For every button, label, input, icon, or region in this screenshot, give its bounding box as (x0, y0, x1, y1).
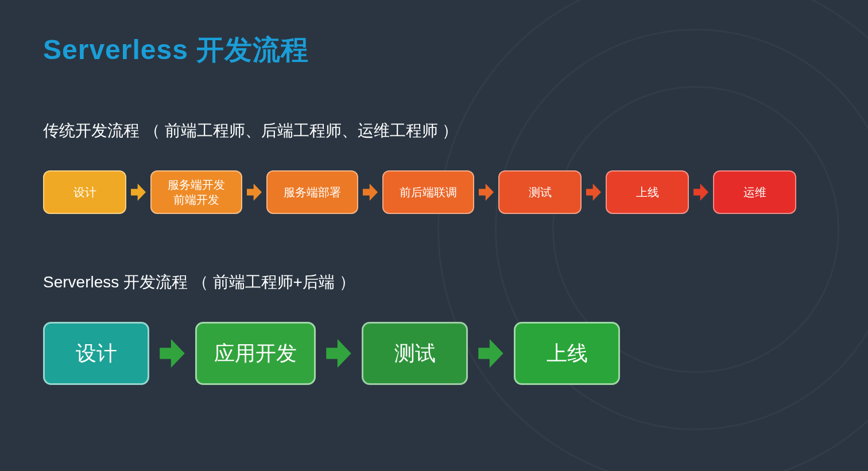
flow-step: 服务端开发前端开发 (150, 170, 242, 214)
arrow-icon (693, 184, 708, 201)
flow-step-label: 测试 (529, 185, 552, 200)
flow-step: 设计 (43, 322, 149, 385)
slide-title: Serverless 开发流程 (43, 32, 825, 68)
flow-step-label: 服务端开发 (168, 177, 225, 192)
flow-step: 设计 (43, 170, 126, 214)
arrow-icon (131, 184, 146, 201)
flow-step: 运维 (713, 170, 796, 214)
flow-step-label: 前端开发 (173, 192, 219, 207)
flow-step: 应用开发 (195, 322, 316, 385)
flow-step-label: 服务端部署 (284, 185, 341, 200)
serverless-flow-row: 设计应用开发测试上线 (43, 322, 825, 385)
arrow-icon (363, 184, 378, 201)
arrow-icon (326, 339, 351, 368)
flow-step: 上线 (514, 322, 620, 385)
arrow-icon (479, 184, 494, 201)
arrow-icon (586, 184, 601, 201)
flow-step-label: 设计 (73, 185, 96, 200)
serverless-flow-label: Serverless 开发流程 （ 前端工程师+后端 ） (43, 271, 825, 293)
flow-step-label: 上线 (547, 340, 588, 367)
flow-step: 测试 (498, 170, 582, 214)
traditional-flow-label: 传统开发流程 （ 前端工程师、后端工程师、运维工程师 ） (43, 120, 825, 142)
flow-step-label: 设计 (76, 340, 117, 367)
flow-step-label: 应用开发 (214, 340, 297, 367)
flow-step-label: 运维 (743, 185, 766, 200)
traditional-flow-row: 设计服务端开发前端开发服务端部署前后端联调测试上线运维 (43, 170, 825, 214)
flow-step: 上线 (606, 170, 689, 214)
flow-step: 测试 (362, 322, 468, 385)
flow-step: 前后端联调 (382, 170, 474, 214)
flow-step-label: 测试 (394, 340, 436, 367)
arrow-icon (160, 339, 185, 368)
arrow-icon (247, 184, 262, 201)
flow-step-label: 上线 (636, 185, 659, 200)
arrow-icon (478, 339, 503, 368)
flow-step-label: 前后端联调 (400, 185, 457, 200)
flow-step: 服务端部署 (266, 170, 358, 214)
